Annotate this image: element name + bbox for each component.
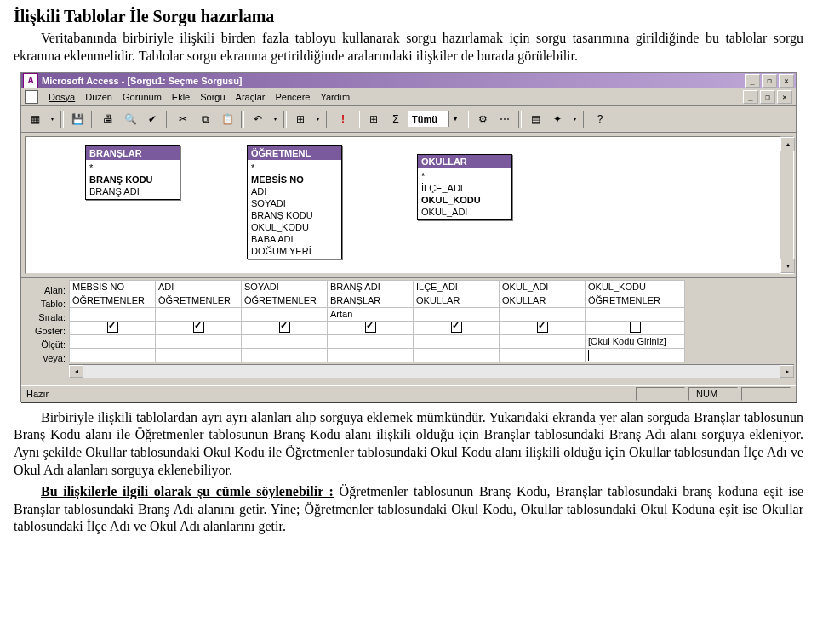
querytype-button[interactable]: ⊞ xyxy=(290,109,311,129)
undo-button[interactable]: ↶ xyxy=(248,109,268,129)
newobj-dropdown[interactable]: ▾ xyxy=(569,109,580,129)
table-field[interactable]: BABA ADI xyxy=(248,233,341,245)
design-pane[interactable]: BRANŞLAR*BRANŞ KODUBRANŞ ADIÖĞRETMENL*ME… xyxy=(21,133,796,278)
preview-button[interactable]: 🔍 xyxy=(120,109,140,129)
paste-button[interactable]: 📋 xyxy=(217,109,237,129)
qbe-cell[interactable] xyxy=(328,321,414,334)
qbe-cell[interactable] xyxy=(70,348,156,362)
mdi-close-button[interactable]: ✕ xyxy=(777,90,792,104)
show-checkbox[interactable] xyxy=(365,322,376,333)
newobj-button[interactable]: ✦ xyxy=(547,109,568,129)
qbe-cell[interactable]: ÖĞRETMENLER xyxy=(586,294,685,307)
scroll-left-icon[interactable]: ◂ xyxy=(69,365,83,378)
qbe-cell[interactable]: OKULLAR xyxy=(414,294,500,307)
topvalues-combo[interactable]: Tümü xyxy=(408,111,462,128)
close-button[interactable]: ✕ xyxy=(779,74,794,88)
show-checkbox[interactable] xyxy=(193,322,204,333)
qbe-cell[interactable] xyxy=(156,348,242,362)
qbe-cell[interactable]: ÖĞRETMENLER xyxy=(70,294,156,307)
scroll-up-icon[interactable]: ▴ xyxy=(780,137,795,151)
builder-button[interactable]: ⋯ xyxy=(494,109,515,129)
titlebar[interactable]: A Microsoft Access - [Sorgu1: Seçme Sorg… xyxy=(21,73,796,88)
menu-duzen[interactable]: Düzen xyxy=(80,90,117,104)
run-button[interactable]: ! xyxy=(333,109,353,129)
showtable-button[interactable]: ⊞ xyxy=(363,109,384,129)
qbe-cell[interactable] xyxy=(328,334,414,348)
table-field[interactable]: * xyxy=(86,162,180,174)
copy-button[interactable]: ⧉ xyxy=(195,109,215,129)
table-field[interactable]: * xyxy=(248,162,341,174)
scroll-down-icon[interactable]: ▾ xyxy=(780,259,795,273)
qbe-cell[interactable]: SOYADI xyxy=(242,280,328,294)
qbe-cell[interactable] xyxy=(586,321,685,334)
table-field[interactable]: BRANŞ KODU xyxy=(86,174,180,185)
undo-dropdown[interactable]: ▾ xyxy=(270,109,280,129)
table-field[interactable]: OKUL_KODU xyxy=(418,194,511,206)
table-box[interactable]: ÖĞRETMENL*MEBSİS NOADISOYADIBRANŞ KODUOK… xyxy=(247,145,342,259)
menu-sorgu[interactable]: Sorgu xyxy=(195,90,230,104)
table-field[interactable]: * xyxy=(418,170,511,182)
table-field[interactable]: BRANŞ KODU xyxy=(248,209,341,221)
qbe-cell[interactable] xyxy=(414,334,500,348)
qbe-cell[interactable]: ADI xyxy=(156,280,242,294)
querytype-dropdown[interactable]: ▾ xyxy=(312,109,323,129)
qbe-cell[interactable]: MEBSİS NO xyxy=(70,280,156,294)
qbe-cell[interactable] xyxy=(414,321,500,334)
table-field[interactable]: MEBSİS NO xyxy=(248,174,341,185)
cut-button[interactable]: ✂ xyxy=(173,109,193,129)
table-field[interactable]: DOĞUM YERİ xyxy=(248,245,341,257)
qbe-cell[interactable] xyxy=(242,334,328,348)
qbe-cell[interactable] xyxy=(500,348,586,362)
qbe-cell[interactable]: OKULLAR xyxy=(500,294,586,307)
show-checkbox[interactable] xyxy=(537,322,548,333)
mdi-restore-button[interactable]: ❐ xyxy=(760,90,775,104)
table-field[interactable]: BRANŞ ADI xyxy=(86,185,180,197)
table-field[interactable]: OKUL_ADI xyxy=(418,206,511,218)
minimize-button[interactable]: _ xyxy=(745,74,760,88)
qbe-cell[interactable]: ÖĞRETMENLER xyxy=(242,294,328,307)
qbe-cell[interactable] xyxy=(242,321,328,334)
table-field[interactable]: SOYADI xyxy=(248,197,341,209)
menu-pencere[interactable]: Pencere xyxy=(270,90,315,104)
show-checkbox[interactable] xyxy=(107,322,118,333)
table-field[interactable]: OKUL_KODU xyxy=(248,221,341,233)
qbe-grid[interactable]: MEBSİS NOADISOYADIBRANŞ ADIİLÇE_ADIOKUL_… xyxy=(69,280,685,362)
maximize-button[interactable]: ❐ xyxy=(762,74,777,88)
show-checkbox[interactable] xyxy=(630,322,641,333)
qbe-cell[interactable]: BRANŞLAR xyxy=(328,294,414,307)
show-checkbox[interactable] xyxy=(451,322,462,333)
table-box[interactable]: OKULLAR*İLÇE_ADIOKUL_KODUOKUL_ADI xyxy=(417,154,512,220)
table-field[interactable]: İLÇE_ADI xyxy=(418,182,511,194)
qbe-hscrollbar[interactable]: ◂ ▸ xyxy=(69,364,794,378)
totals-button[interactable]: Σ xyxy=(386,109,406,129)
table-title[interactable]: OKULLAR xyxy=(418,155,511,168)
qbe-cell[interactable]: OKUL_KODU xyxy=(586,280,685,294)
qbe-cell[interactable] xyxy=(328,348,414,362)
design-vscrollbar[interactable]: ▴ ▾ xyxy=(780,136,794,274)
properties-button[interactable]: ⚙ xyxy=(472,109,493,129)
menu-dosya[interactable]: Dosya xyxy=(43,90,80,104)
spell-button[interactable]: ✔ xyxy=(142,109,163,129)
mdi-minimize-button[interactable]: _ xyxy=(743,90,758,104)
qbe-cell[interactable]: [Okul Kodu Giriniz] xyxy=(586,334,685,348)
qbe-cell[interactable] xyxy=(500,334,586,348)
table-title[interactable]: BRANŞLAR xyxy=(86,146,180,160)
qbe-cell[interactable] xyxy=(414,348,500,362)
menu-araclar[interactable]: Araçlar xyxy=(231,90,271,104)
qbe-cell[interactable]: İLÇE_ADI xyxy=(414,280,500,294)
qbe-cell[interactable]: BRANŞ ADI xyxy=(328,280,414,294)
menu-ekle[interactable]: Ekle xyxy=(167,90,195,104)
dbwindow-button[interactable]: ▤ xyxy=(525,109,546,129)
qbe-cell[interactable]: ÖĞRETMENLER xyxy=(156,294,242,307)
save-button[interactable]: 💾 xyxy=(67,109,88,129)
table-box[interactable]: BRANŞLAR*BRANŞ KODUBRANŞ ADI xyxy=(85,145,180,200)
print-button[interactable]: 🖶 xyxy=(98,109,118,129)
qbe-cell[interactable] xyxy=(156,334,242,348)
menu-yardim[interactable]: Yardım xyxy=(315,90,355,104)
qbe-cell[interactable]: OKUL_ADI xyxy=(500,280,586,294)
table-field[interactable]: ADI xyxy=(248,185,341,197)
qbe-cell[interactable] xyxy=(156,321,242,334)
qbe-cell[interactable] xyxy=(70,321,156,334)
menu-gorunum[interactable]: Görünüm xyxy=(117,90,167,104)
qbe-cell[interactable] xyxy=(500,321,586,334)
